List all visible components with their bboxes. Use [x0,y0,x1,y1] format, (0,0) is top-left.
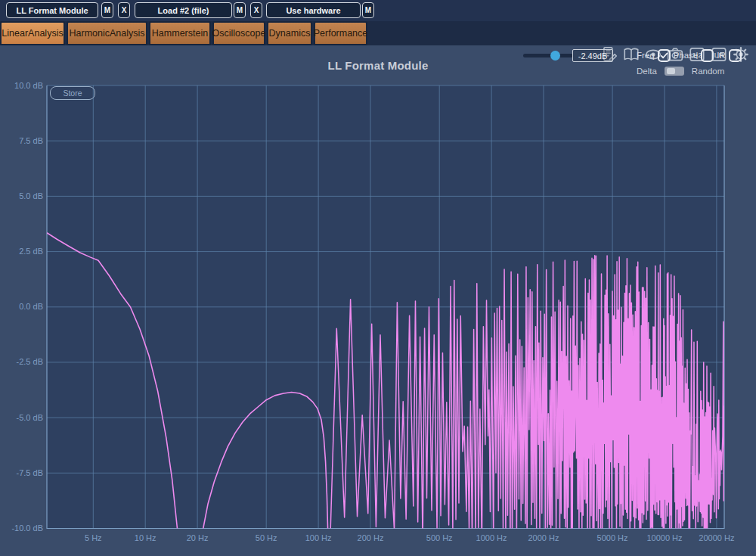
ir-checkbox[interactable] [729,49,742,62]
tab-linear-analysis[interactable]: LinearAnalysis [0,21,65,45]
x-tick-label: 20000 Hz [699,533,734,542]
phase-checkbox[interactable] [701,49,714,62]
x-tick-label: 2000 Hz [528,533,559,542]
y-tick-label: -2.5 dB [17,357,43,366]
frequency-response-chart[interactable]: 5 Hz10 Hz20 Hz50 Hz100 Hz200 Hz500 Hz100… [0,0,756,556]
gain-value-field[interactable]: -2.49dB [572,49,613,62]
gain-slider-track[interactable] [523,54,573,57]
tab-bar: LinearAnalysis HarmonicAnalysis Hammerst… [0,21,756,45]
freq-label: Freq [637,51,655,60]
y-tick-label: -10.0 dB [11,523,43,533]
x-tick-label: 50 Hz [256,533,277,542]
y-tick-label: 7.5 dB [19,136,43,145]
plugin-slot-3[interactable]: Use hardware [266,2,361,18]
toggle-knob [667,68,675,74]
x-tick-label: 200 Hz [358,533,384,542]
random-label: Random [692,67,724,76]
x-tick-label: 10 Hz [135,533,156,542]
slot-2-m-button[interactable]: M [234,2,246,18]
plugin-slot-1[interactable]: LL Format Module [6,2,98,18]
gain-slider-thumb[interactable] [550,51,560,61]
ir-label: IR [717,51,726,60]
plugin-slot-2[interactable]: Load #2 (file) [135,2,232,18]
delta-random-row: Delta Random [637,66,724,76]
store-button[interactable]: Store [50,86,95,100]
slot-2-x-button[interactable]: X [250,2,262,18]
x-tick-label: 500 Hz [426,533,453,542]
x-tick-label: 1000 Hz [476,533,507,542]
tab-performance[interactable]: Performance [314,21,367,45]
slot-1-x-button[interactable]: X [118,2,130,18]
y-tick-label: 0.0 dB [19,302,43,311]
x-tick-label: 10000 Hz [646,533,682,542]
plugin-slot-bar: LL Format Module M X Load #2 (file) M X … [0,0,756,21]
x-tick-label: 20 Hz [187,533,209,542]
freq-checkbox[interactable] [658,49,671,62]
slot-3-m-button[interactable]: M [362,2,374,18]
x-tick-label: 5 Hz [85,533,102,542]
phase-label: Phase [674,51,699,60]
tab-oscilloscope[interactable]: Oscilloscope [212,21,265,45]
delta-random-toggle[interactable] [665,67,684,76]
y-tick-label: 10.0 dB [14,81,43,90]
tab-hammerstein[interactable]: Hammerstein [149,21,211,45]
y-tick-label: 5.0 dB [19,191,43,200]
delta-label: Delta [637,67,657,76]
slot-1-m-button[interactable]: M [101,2,113,18]
x-tick-label: 100 Hz [305,533,332,542]
display-mode-row: Freq Phase IR [637,48,742,62]
tab-dynamics[interactable]: Dynamics [267,21,312,45]
tab-harmonic-analysis[interactable]: HarmonicAnalysis [67,21,147,45]
x-tick-label: 5000 Hz [597,533,628,542]
y-tick-label: -7.5 dB [17,468,43,477]
y-tick-label: 2.5 dB [19,247,43,256]
y-tick-label: -5.0 dB [17,413,43,422]
